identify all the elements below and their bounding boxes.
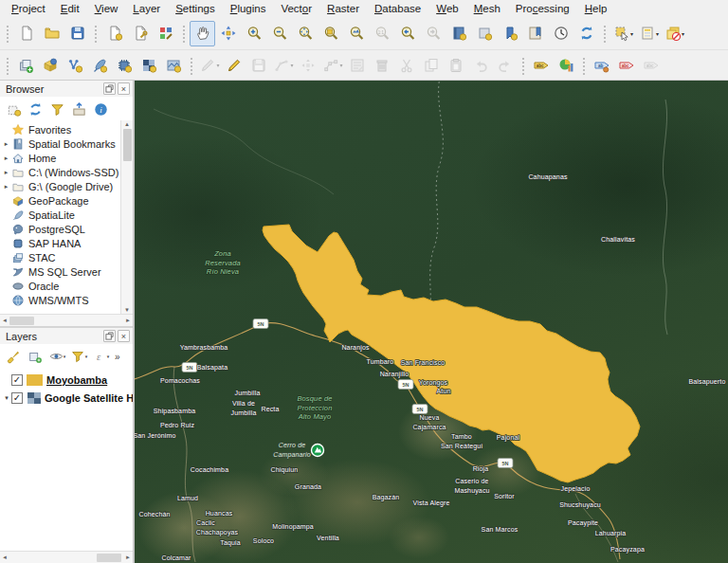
vertex-tool-button[interactable]: ▾	[320, 53, 345, 77]
browser-item-sap-hana[interactable]: SAP HANA	[0, 236, 120, 250]
toolbar-overflow-button[interactable]: »	[115, 352, 120, 362]
menu-project[interactable]: Project	[4, 2, 53, 15]
menu-database[interactable]: Database	[367, 2, 428, 15]
delete-selected-button[interactable]	[370, 53, 394, 77]
layer-labeling-button[interactable]: abc	[529, 53, 554, 77]
label-unpin-button[interactable]: abc	[614, 53, 639, 77]
show-spatial-bookmarks-button[interactable]	[471, 21, 497, 46]
select-by-value-button[interactable]: ▾	[636, 21, 662, 46]
show-layout-manager-button[interactable]	[127, 21, 153, 46]
scroll-left-arrow[interactable]: ◄	[2, 554, 8, 560]
open-project-button[interactable]	[39, 21, 64, 46]
scroll-right-arrow[interactable]: ►	[125, 318, 131, 323]
menu-help[interactable]: Help	[577, 2, 615, 15]
zoom-full-button[interactable]	[292, 21, 318, 46]
scroll-thumb[interactable]	[97, 554, 121, 562]
zoom-next-button[interactable]	[420, 21, 446, 46]
browser-item-geopackage[interactable]: GeoPackage	[0, 193, 120, 208]
deselect-all-button[interactable]: ▾	[662, 21, 687, 46]
browser-item-postgresql[interactable]: PostgreSQL	[0, 222, 120, 236]
browser-close-button[interactable]: ×	[118, 82, 130, 95]
zoom-last-button[interactable]	[394, 21, 420, 46]
layer-item-moyobamba[interactable]: ✓Moyobamba	[0, 371, 133, 389]
save-project-button[interactable]	[64, 21, 90, 46]
browser-item-favorites[interactable]: Favorites	[0, 122, 120, 136]
zoom-to-layer-button[interactable]	[343, 21, 369, 46]
select-features-button[interactable]: ▾	[610, 21, 636, 46]
menu-edit[interactable]: Edit	[53, 2, 87, 15]
menu-web[interactable]: Web	[428, 2, 465, 15]
scroll-down-arrow[interactable]: ▼	[124, 307, 130, 313]
browser-float-button[interactable]	[103, 82, 116, 95]
browser-item-stac[interactable]: STAC	[0, 250, 120, 264]
temporal-controller-button[interactable]	[548, 21, 573, 46]
browser-item-spatialite[interactable]: SpatiaLite	[0, 208, 120, 222]
pan-to-selection-button[interactable]	[215, 21, 241, 46]
expand-arrow[interactable]: ▸	[2, 169, 10, 176]
menu-layer[interactable]: Layer	[125, 2, 168, 15]
scroll-left-arrow[interactable]: ◄	[2, 318, 8, 323]
copy-features-button[interactable]	[419, 53, 444, 77]
layer-visibility-checkbox[interactable]: ✓	[11, 392, 23, 404]
layer-visibility-checkbox[interactable]: ✓	[11, 374, 23, 386]
filter-by-expression-button[interactable]: ε▾	[91, 347, 110, 366]
new-print-layout-button[interactable]	[101, 21, 127, 46]
undo-button[interactable]	[468, 53, 493, 77]
save-layer-edits-button[interactable]	[246, 53, 271, 77]
refresh-button[interactable]	[573, 21, 599, 46]
layer-diagram-button[interactable]	[554, 53, 578, 77]
layer-item-google-satellite-h[interactable]: ▾✓Google Satellite H	[0, 389, 133, 407]
zoom-native-button[interactable]: 1:1	[369, 21, 394, 46]
zoom-to-selection-button[interactable]	[318, 21, 343, 46]
layers-close-button[interactable]: ×	[118, 330, 130, 342]
add-pointcloud-layer-button[interactable]	[161, 53, 186, 77]
menu-view[interactable]: View	[87, 2, 126, 15]
menu-mesh[interactable]: Mesh	[466, 2, 508, 15]
filter-legend-button[interactable]: ▾	[69, 347, 88, 366]
layers-horizontal-scrollbar[interactable]: ◄ ►	[0, 551, 133, 563]
browser-item-oracle[interactable]: Oracle	[0, 279, 120, 293]
style-manager-button[interactable]	[153, 21, 178, 46]
browser-item-g-google-drive[interactable]: ▸G:\ (Google Drive)	[0, 179, 120, 193]
browser-filter-button[interactable]	[47, 100, 66, 118]
map-canvas[interactable]: 5N5N5N5N5N CahuapanasChallavitasBalsapue…	[135, 81, 728, 563]
label-pin-button[interactable]: ab	[590, 53, 614, 77]
paste-features-button[interactable]	[444, 53, 468, 77]
redo-button[interactable]	[493, 53, 518, 77]
browser-vertical-scrollbar[interactable]: ▲ ▼	[120, 120, 133, 314]
browser-item-home[interactable]: ▸Home	[0, 151, 120, 165]
browser-item-spatial-bookmarks[interactable]: ▸Spatial Bookmarks	[0, 136, 120, 151]
modify-attributes-button[interactable]	[345, 53, 370, 77]
add-mesh-layer-button[interactable]	[112, 53, 136, 77]
menu-settings[interactable]: Settings	[168, 2, 223, 15]
data-source-manager-button[interactable]	[13, 53, 38, 77]
toggle-editing-button[interactable]	[222, 53, 246, 77]
scroll-right-arrow[interactable]: ►	[125, 554, 131, 560]
new-geopackage-layer-button[interactable]	[87, 53, 112, 77]
add-selected-layers-button[interactable]	[4, 100, 23, 118]
browser-properties-button[interactable]: i	[91, 100, 110, 118]
current-edits-button[interactable]: ▾	[197, 53, 222, 77]
manage-map-themes-button[interactable]: ▾	[47, 347, 66, 366]
open-layer-styling-button[interactable]	[4, 347, 23, 366]
menu-vector[interactable]: Vector	[273, 2, 319, 15]
layers-float-button[interactable]	[103, 330, 116, 342]
pan-map-button[interactable]	[190, 21, 215, 46]
zoom-in-button[interactable]	[241, 21, 266, 46]
expand-arrow[interactable]: ▸	[2, 154, 10, 162]
collapse-all-button[interactable]	[69, 100, 88, 118]
expand-arrow[interactable]: ▾	[2, 394, 11, 402]
browser-item-ms-sql-server[interactable]: MS SQL Server	[0, 264, 120, 279]
digitize-feature-button[interactable]: ▾	[271, 53, 296, 77]
menu-processing[interactable]: Processing	[508, 2, 577, 15]
browser-item-c-windows-ssd[interactable]: ▸C:\ (Windows-SSD)	[0, 165, 120, 179]
browser-horizontal-scrollbar[interactable]: ◄ ►	[0, 314, 133, 326]
cut-features-button[interactable]	[394, 53, 419, 77]
spatial-bookmark-manager-button[interactable]	[497, 21, 522, 46]
add-vector-layer-button[interactable]	[38, 53, 63, 77]
menu-plugins[interactable]: Plugins	[223, 2, 274, 15]
browser-item-wms-wmts[interactable]: WMS/WMTS	[0, 293, 120, 307]
expand-arrow[interactable]: ▸	[2, 140, 10, 148]
new-shapefile-layer-button[interactable]	[63, 53, 87, 77]
new-project-button[interactable]	[13, 21, 39, 46]
